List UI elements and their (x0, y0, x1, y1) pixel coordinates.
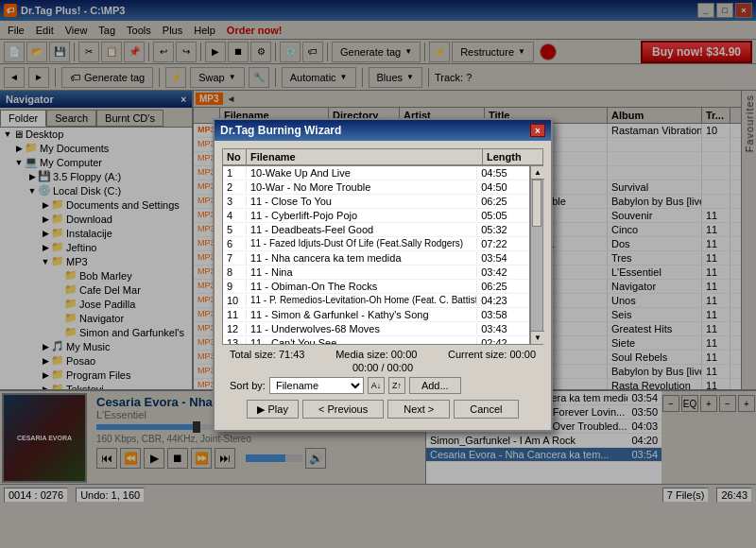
mr-no: 6 (223, 238, 247, 249)
mr-no: 7 (223, 252, 247, 264)
modal-overlay: Dr.Tag Burning Wizard × No Filename Leng… (0, 0, 756, 548)
mth-no: No (223, 149, 247, 164)
mr-length: 03:54 (477, 252, 529, 264)
mth-filename: Filename (247, 149, 483, 164)
mr-no: 2 (223, 181, 247, 193)
modal-row[interactable]: 13 11 - Can't You See 02:42 (223, 336, 529, 345)
modal-scrollbar[interactable]: ▲ ▼ (530, 165, 543, 345)
mr-filename: 11 - Nina (247, 266, 477, 278)
mr-no: 13 (223, 337, 247, 345)
mth-length: Length (483, 149, 535, 164)
mr-filename: 10-War - No More Trouble (247, 181, 477, 193)
modal-body: No Filename Length 1 10-Wake Up And Live… (215, 141, 551, 430)
mr-filename: 11 - Can't You See (247, 337, 477, 345)
modal-row[interactable]: 1 10-Wake Up And Live 04:55 (223, 166, 529, 180)
total-row: Total size: 71:43 Media size: 00:00 Curr… (230, 349, 536, 360)
mr-no: 8 (223, 266, 247, 278)
mr-filename: 11 - Nha cancera ka tem medida (247, 252, 477, 264)
mr-length: 04:50 (477, 181, 529, 193)
mr-length: 02:42 (477, 337, 529, 345)
mr-no: 11 (223, 309, 247, 320)
mr-length: 05:05 (477, 210, 529, 221)
sort-label: Sort by: (230, 380, 266, 391)
modal-row[interactable]: 11 11 - Simon & Garfunkel - Kathy's Song… (223, 308, 529, 322)
mr-filename: 10-Wake Up And Live (247, 167, 477, 179)
sort-row: Sort by: Filename A↓ Z↑ Add... (230, 377, 536, 394)
time-row: 00:00 / 00:00 (230, 362, 536, 373)
mr-length: 05:32 (477, 224, 529, 235)
modal-close-button[interactable]: × (530, 124, 545, 137)
mr-filename: 11 - Cyberlift-Pojo Pojo (247, 210, 477, 221)
mr-length: 07:22 (477, 238, 529, 249)
mr-no: 3 (223, 196, 247, 207)
modal-row[interactable]: 6 11 - Fazed Idjuts-Dust Of Life (Feat.S… (223, 237, 529, 251)
mr-filename: 11 - P. Remedios-Levitation-Oh Home (Fea… (247, 295, 477, 306)
modal-row[interactable]: 5 11 - Deadbeats-Feel Good 05:32 (223, 223, 529, 237)
time-display: 00:00 / 00:00 (352, 362, 413, 373)
mr-length: 06:25 (477, 196, 529, 207)
mr-length: 03:42 (477, 266, 529, 278)
modal-row[interactable]: 12 11 - Underwolves-68 Moves 03:43 (223, 322, 529, 336)
modal-row[interactable]: 10 11 - P. Remedios-Levitation-Oh Home (… (223, 294, 529, 308)
sort-za-button[interactable]: Z↑ (388, 377, 405, 394)
sort-select[interactable]: Filename (269, 377, 364, 394)
mr-filename: 11 - Obiman-On The Rocks (247, 281, 477, 292)
modal-table-header: No Filename Length (222, 148, 543, 165)
add-button[interactable]: Add... (409, 377, 461, 394)
media-size-label: Media size: 00:00 (335, 349, 417, 360)
mr-length: 04:55 (477, 167, 529, 179)
mr-length: 04:23 (477, 295, 529, 306)
scroll-up-button[interactable]: ▲ (531, 166, 544, 180)
mr-filename: 11 - Fazed Idjuts-Dust Of Life (Feat.Sal… (247, 238, 477, 249)
modal-next-button[interactable]: Next > (387, 400, 450, 419)
mr-filename: 11 - Close To You (247, 196, 477, 207)
mr-filename: 11 - Simon & Garfunkel - Kathy's Song (247, 309, 477, 320)
modal-cancel-button[interactable]: Cancel (454, 400, 518, 419)
modal-row[interactable]: 7 11 - Nha cancera ka tem medida 03:54 (223, 251, 529, 265)
modal-buttons: ▶ Play < Previous Next > Cancel (230, 400, 536, 419)
total-size-label: Total size: 71:43 (230, 349, 305, 360)
modal-footer: Total size: 71:43 Media size: 00:00 Curr… (222, 345, 543, 422)
scroll-thumb[interactable] (532, 180, 541, 227)
mr-filename: 11 - Underwolves-68 Moves (247, 323, 477, 334)
modal-row[interactable]: 4 11 - Cyberlift-Pojo Pojo 05:05 (223, 209, 529, 223)
modal-track-list[interactable]: 1 10-Wake Up And Live 04:55 2 10-War - N… (222, 165, 530, 345)
mr-no: 9 (223, 281, 247, 292)
modal-title: Dr.Tag Burning Wizard (220, 124, 341, 137)
sort-az-button[interactable]: A↓ (368, 377, 385, 394)
mr-no: 1 (223, 167, 247, 179)
mr-length: 03:43 (477, 323, 529, 334)
modal-row[interactable]: 3 11 - Close To You 06:25 (223, 195, 529, 209)
mr-length: 03:58 (477, 309, 529, 320)
modal-row[interactable]: 2 10-War - No More Trouble 04:50 (223, 180, 529, 195)
modal-play-button[interactable]: ▶ Play (247, 400, 298, 419)
mr-no: 10 (223, 295, 247, 306)
modal-title-bar: Dr.Tag Burning Wizard × (215, 120, 551, 141)
mr-no: 12 (223, 323, 247, 334)
scroll-track[interactable] (531, 180, 542, 331)
scroll-down-button[interactable]: ▼ (531, 331, 544, 344)
burning-wizard-dialog: Dr.Tag Burning Wizard × No Filename Leng… (213, 118, 553, 432)
modal-previous-button[interactable]: < Previous (302, 400, 384, 419)
modal-list-wrapper: 1 10-Wake Up And Live 04:55 2 10-War - N… (222, 165, 543, 345)
modal-row[interactable]: 8 11 - Nina 03:42 (223, 265, 529, 280)
mr-no: 4 (223, 210, 247, 221)
modal-row[interactable]: 9 11 - Obiman-On The Rocks 06:25 (223, 280, 529, 294)
mr-no: 5 (223, 224, 247, 235)
current-size-label: Current size: 00:00 (448, 349, 536, 360)
mr-length: 06:25 (477, 281, 529, 292)
mr-filename: 11 - Deadbeats-Feel Good (247, 224, 477, 235)
